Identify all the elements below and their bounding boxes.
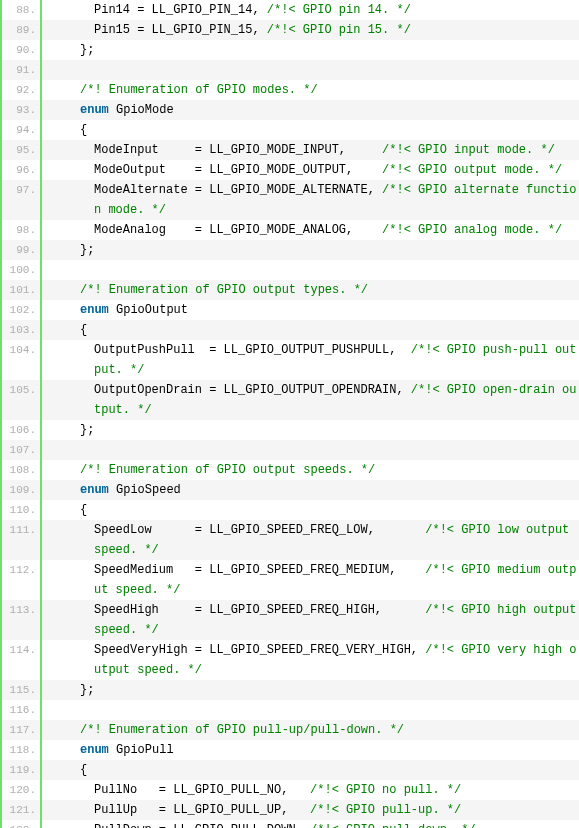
line-number: 93. [2, 100, 42, 120]
code-line: 95.ModeInput = LL_GPIO_MODE_INPUT, /*!< … [2, 140, 579, 160]
line-number: 102. [2, 300, 42, 320]
code-content[interactable]: enum GpioOutput [42, 300, 579, 320]
line-number: 119. [2, 760, 42, 780]
code-content[interactable]: PullUp = LL_GPIO_PULL_UP, /*!< GPIO pull… [42, 800, 579, 820]
comment-token: /*! Enumeration of GPIO pull-up/pull-dow… [80, 723, 404, 737]
code-content[interactable]: SpeedHigh = LL_GPIO_SPEED_FREQ_HIGH, /*!… [42, 600, 579, 640]
code-content[interactable]: /*! Enumeration of GPIO modes. */ [42, 80, 579, 100]
text-token: GpioPull [109, 743, 174, 757]
text-token: { [80, 323, 87, 337]
line-number: 97. [2, 180, 42, 220]
text-token: GpioSpeed [109, 483, 181, 497]
code-content[interactable]: { [42, 500, 579, 520]
line-number: 122. [2, 820, 42, 828]
code-line: 91. [2, 60, 579, 80]
code-content[interactable]: ModeAlternate = LL_GPIO_MODE_ALTERNATE, … [42, 180, 579, 220]
code-content[interactable]: }; [42, 420, 579, 440]
code-content[interactable]: ModeInput = LL_GPIO_MODE_INPUT, /*!< GPI… [42, 140, 579, 160]
line-number: 114. [2, 640, 42, 680]
code-content[interactable] [42, 440, 579, 460]
code-content[interactable]: PullDown = LL_GPIO_PULL_DOWN, /*!< GPIO … [42, 820, 579, 828]
code-content[interactable] [42, 700, 579, 720]
code-line: 122.PullDown = LL_GPIO_PULL_DOWN, /*!< G… [2, 820, 579, 828]
comment-token: /*!< GPIO no pull. */ [310, 783, 461, 797]
code-content[interactable] [42, 60, 579, 80]
code-content[interactable]: SpeedLow = LL_GPIO_SPEED_FREQ_LOW, /*!< … [42, 520, 579, 560]
code-content[interactable]: Pin15 = LL_GPIO_PIN_15, /*!< GPIO pin 15… [42, 20, 579, 40]
code-content[interactable]: /*! Enumeration of GPIO output types. */ [42, 280, 579, 300]
code-content[interactable] [42, 260, 579, 280]
code-line: 117./*! Enumeration of GPIO pull-up/pull… [2, 720, 579, 740]
code-content[interactable]: }; [42, 40, 579, 60]
code-content[interactable]: { [42, 320, 579, 340]
code-line: 118.enum GpioPull [2, 740, 579, 760]
code-content[interactable]: SpeedVeryHigh = LL_GPIO_SPEED_FREQ_VERY_… [42, 640, 579, 680]
line-number: 113. [2, 600, 42, 640]
line-number: 92. [2, 80, 42, 100]
code-content[interactable]: enum GpioMode [42, 100, 579, 120]
text-token: PullUp = LL_GPIO_PULL_UP, [94, 803, 310, 817]
code-content[interactable]: OutputOpenDrain = LL_GPIO_OUTPUT_OPENDRA… [42, 380, 579, 420]
line-number: 117. [2, 720, 42, 740]
comment-token: /*!< GPIO input mode. */ [382, 143, 555, 157]
code-line: 96.ModeOutput = LL_GPIO_MODE_OUTPUT, /*!… [2, 160, 579, 180]
code-line: 107. [2, 440, 579, 460]
text-token: { [80, 123, 87, 137]
line-number: 116. [2, 700, 42, 720]
line-number: 99. [2, 240, 42, 260]
code-content[interactable]: /*! Enumeration of GPIO pull-up/pull-dow… [42, 720, 579, 740]
text-token: SpeedLow = LL_GPIO_SPEED_FREQ_LOW, [94, 523, 425, 537]
text-token: ModeAnalog = LL_GPIO_MODE_ANALOG, [94, 223, 382, 237]
line-number: 109. [2, 480, 42, 500]
line-number: 108. [2, 460, 42, 480]
text-token: }; [80, 423, 94, 437]
code-content[interactable]: SpeedMedium = LL_GPIO_SPEED_FREQ_MEDIUM,… [42, 560, 579, 600]
text-token: SpeedVeryHigh = LL_GPIO_SPEED_FREQ_VERY_… [94, 643, 425, 657]
code-line: 105.OutputOpenDrain = LL_GPIO_OUTPUT_OPE… [2, 380, 579, 420]
code-content[interactable]: /*! Enumeration of GPIO output speeds. *… [42, 460, 579, 480]
code-content[interactable]: OutputPushPull = LL_GPIO_OUTPUT_PUSHPULL… [42, 340, 579, 380]
code-line: 88.Pin14 = LL_GPIO_PIN_14, /*!< GPIO pin… [2, 0, 579, 20]
line-number: 106. [2, 420, 42, 440]
code-line: 101./*! Enumeration of GPIO output types… [2, 280, 579, 300]
code-content[interactable]: ModeAnalog = LL_GPIO_MODE_ANALOG, /*!< G… [42, 220, 579, 240]
line-number: 118. [2, 740, 42, 760]
text-token: }; [80, 43, 94, 57]
comment-token: /*!< GPIO analog mode. */ [382, 223, 562, 237]
comment-token: /*!< GPIO pin 15. */ [267, 23, 411, 37]
comment-token: /*! Enumeration of GPIO output types. */ [80, 283, 368, 297]
text-token: OutputOpenDrain = LL_GPIO_OUTPUT_OPENDRA… [94, 383, 411, 397]
code-line: 119.{ [2, 760, 579, 780]
line-number: 98. [2, 220, 42, 240]
code-content[interactable]: enum GpioPull [42, 740, 579, 760]
code-content[interactable]: { [42, 120, 579, 140]
line-number: 111. [2, 520, 42, 560]
code-line: 99.}; [2, 240, 579, 260]
code-content[interactable]: Pin14 = LL_GPIO_PIN_14, /*!< GPIO pin 14… [42, 0, 579, 20]
line-number: 94. [2, 120, 42, 140]
code-line: 110.{ [2, 500, 579, 520]
text-token: PullNo = LL_GPIO_PULL_NO, [94, 783, 310, 797]
text-token: GpioMode [109, 103, 174, 117]
code-line: 103.{ [2, 320, 579, 340]
text-token: }; [80, 683, 94, 697]
code-content[interactable]: enum GpioSpeed [42, 480, 579, 500]
line-number: 105. [2, 380, 42, 420]
text-token: }; [80, 243, 94, 257]
code-content[interactable]: PullNo = LL_GPIO_PULL_NO, /*!< GPIO no p… [42, 780, 579, 800]
line-number: 100. [2, 260, 42, 280]
code-content[interactable]: }; [42, 680, 579, 700]
code-line: 102.enum GpioOutput [2, 300, 579, 320]
text-token: Pin14 = LL_GPIO_PIN_14, [94, 3, 267, 17]
code-block: 88.Pin14 = LL_GPIO_PIN_14, /*!< GPIO pin… [0, 0, 579, 828]
text-token: SpeedMedium = LL_GPIO_SPEED_FREQ_MEDIUM, [94, 563, 425, 577]
code-line: 111.SpeedLow = LL_GPIO_SPEED_FREQ_LOW, /… [2, 520, 579, 560]
code-line: 100. [2, 260, 579, 280]
code-line: 98.ModeAnalog = LL_GPIO_MODE_ANALOG, /*!… [2, 220, 579, 240]
code-content[interactable]: ModeOutput = LL_GPIO_MODE_OUTPUT, /*!< G… [42, 160, 579, 180]
code-line: 116. [2, 700, 579, 720]
code-content[interactable]: }; [42, 240, 579, 260]
code-content[interactable]: { [42, 760, 579, 780]
comment-token: /*! Enumeration of GPIO output speeds. *… [80, 463, 375, 477]
line-number: 96. [2, 160, 42, 180]
